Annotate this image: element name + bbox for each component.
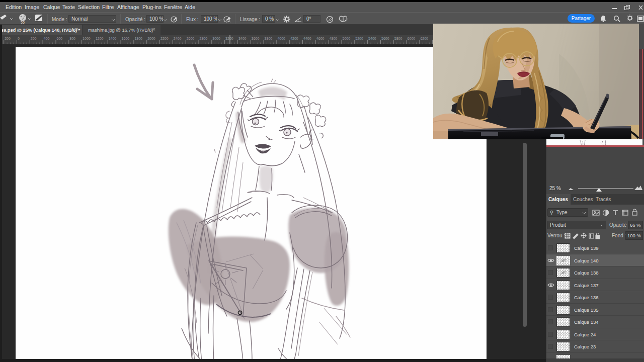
svg-text:6000: 6000 — [408, 37, 416, 40]
svg-text:2600: 2600 — [187, 37, 195, 40]
svg-text:2000: 2000 — [147, 37, 155, 40]
svg-text:4600: 4600 — [316, 37, 325, 40]
svg-text:1400: 1400 — [109, 37, 117, 40]
svg-text:1800: 1800 — [134, 37, 142, 40]
svg-text:4800: 4800 — [330, 37, 338, 40]
svg-text:1200: 1200 — [96, 37, 104, 40]
svg-text:4400: 4400 — [303, 37, 311, 40]
svg-text:1600: 1600 — [122, 37, 130, 40]
svg-text:2800: 2800 — [200, 37, 208, 40]
svg-text:5000: 5000 — [343, 37, 351, 40]
svg-text:0: 0 — [18, 37, 20, 40]
svg-text:55: 55 — [21, 21, 25, 24]
svg-text:200: 200 — [5, 37, 11, 40]
svg-text:800: 800 — [69, 37, 75, 40]
svg-text:6200: 6200 — [420, 37, 428, 40]
svg-text:200: 200 — [31, 37, 37, 40]
svg-text:4200: 4200 — [290, 37, 298, 40]
svg-text:600: 600 — [57, 37, 63, 40]
svg-text:5800: 5800 — [394, 37, 403, 40]
svg-text:5200: 5200 — [355, 37, 363, 40]
svg-text:3200: 3200 — [225, 37, 233, 40]
svg-text:3800: 3800 — [265, 37, 273, 40]
svg-text:4000: 4000 — [277, 37, 285, 40]
svg-text:2400: 2400 — [174, 37, 182, 40]
svg-text:5600: 5600 — [381, 37, 389, 40]
svg-text:2200: 2200 — [160, 37, 169, 40]
svg-text:400: 400 — [44, 37, 50, 40]
svg-text:1000: 1000 — [83, 37, 91, 40]
svg-text:3400: 3400 — [238, 37, 247, 40]
svg-text:3000: 3000 — [212, 37, 220, 40]
svg-text:5400: 5400 — [368, 37, 376, 40]
svg-text:3600: 3600 — [252, 37, 260, 40]
